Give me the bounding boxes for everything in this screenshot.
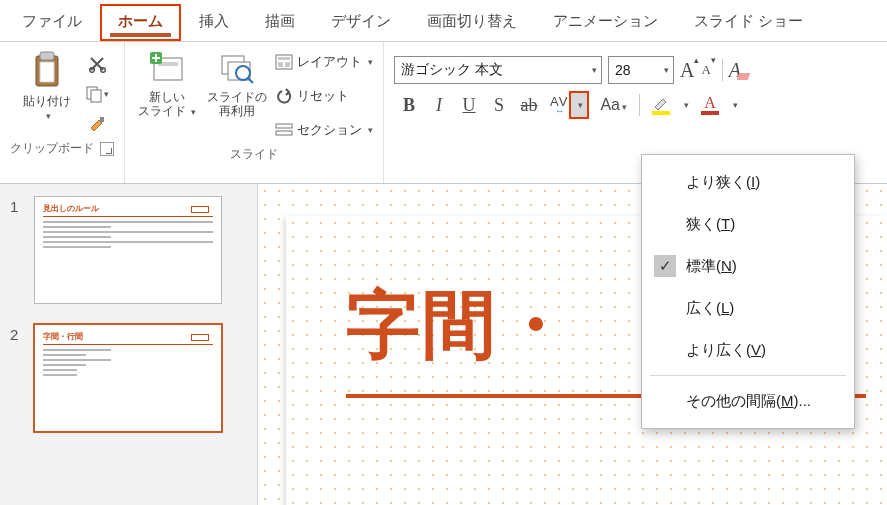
scissors-icon: [88, 55, 106, 73]
thumb1-title: 見出しのルール: [43, 203, 213, 214]
tab-insert[interactable]: 挿入: [181, 4, 247, 41]
thumb-index-2: 2: [10, 324, 24, 432]
check-icon: ✓: [654, 255, 676, 277]
spacing-very-tight[interactable]: より狭く(I): [642, 161, 854, 203]
character-spacing-button[interactable]: AV↔ ▾: [550, 92, 588, 118]
svg-rect-6: [91, 90, 101, 102]
tab-draw[interactable]: 描画: [247, 4, 313, 41]
section-button[interactable]: セクション▾: [275, 118, 373, 142]
svg-rect-19: [276, 124, 292, 128]
spacing-very-loose[interactable]: より広く(V): [642, 329, 854, 371]
spacing-more-options[interactable]: その他の間隔(M)...: [642, 380, 854, 422]
group-clipboard: 貼り付け▾ ▾ クリップボード: [0, 42, 125, 183]
font-size-combo[interactable]: 28▾: [608, 56, 674, 84]
thumb2-title: 字間・行間: [43, 331, 213, 342]
format-painter-button[interactable]: [85, 112, 109, 136]
slide-thumbnail-2[interactable]: 字間・行間: [34, 324, 222, 432]
reuse-slides-button[interactable]: スライドの再利用: [205, 48, 269, 119]
character-spacing-dropdown[interactable]: ▾: [570, 92, 588, 118]
paste-button[interactable]: 貼り付け▾: [15, 48, 79, 123]
clear-formatting-button[interactable]: A: [729, 59, 747, 82]
character-spacing-menu: より狭く(I) 狭く(T) ✓標準(N) 広く(L) より広く(V) その他の間…: [641, 154, 855, 429]
reuse-slides-label: スライドの再利用: [207, 90, 267, 119]
character-spacing-icon: AV↔: [550, 95, 568, 116]
font-color-button[interactable]: A: [701, 95, 719, 115]
clipboard-icon: [30, 50, 64, 92]
ribbon-tabstrip: ファイル ホーム 挿入 描画 デザイン 画面切り替え アニメーション スライド …: [0, 0, 887, 42]
copy-icon: [85, 85, 102, 103]
spacing-loose[interactable]: 広く(L): [642, 287, 854, 329]
thumb-index-1: 1: [10, 196, 24, 304]
highlight-color-button[interactable]: [652, 96, 670, 115]
new-slide-button[interactable]: 新しいスライド ▾: [135, 48, 199, 119]
svg-rect-2: [40, 62, 54, 82]
change-case-button[interactable]: Aa▾: [600, 96, 627, 114]
spacing-normal[interactable]: ✓標準(N): [642, 245, 854, 287]
paste-label: 貼り付け▾: [23, 94, 71, 123]
clipboard-dialog-launcher[interactable]: [100, 142, 114, 156]
group-slides: 新しいスライド ▾ スライドの再利用 レイアウト▾ リセット: [125, 42, 384, 183]
reset-icon: [275, 88, 293, 104]
font-color-icon: A: [704, 95, 716, 111]
strikethrough-button[interactable]: ab: [520, 95, 538, 116]
shadow-button[interactable]: S: [490, 95, 508, 116]
svg-rect-12: [228, 62, 250, 80]
new-slide-label: 新しいスライド ▾: [138, 90, 196, 119]
svg-rect-18: [285, 62, 290, 67]
reset-button[interactable]: リセット: [275, 84, 373, 108]
underline-button[interactable]: U: [460, 95, 478, 116]
italic-button[interactable]: I: [430, 95, 448, 116]
tab-animations[interactable]: アニメーション: [535, 4, 676, 41]
paintbrush-icon: [87, 114, 107, 134]
slide-thumbnail-1[interactable]: 見出しのルール: [34, 196, 222, 304]
highlight-color-dropdown[interactable]: ▾: [684, 100, 689, 110]
tab-home[interactable]: ホーム: [100, 4, 181, 41]
tab-transitions[interactable]: 画面切り替え: [409, 4, 535, 41]
tab-slideshow[interactable]: スライド ショー: [676, 4, 821, 41]
tab-file[interactable]: ファイル: [4, 4, 100, 41]
separator: [639, 94, 640, 116]
new-slide-icon: [148, 50, 186, 88]
separator: [722, 59, 723, 81]
reuse-slides-icon: [218, 50, 256, 88]
font-name-combo[interactable]: 游ゴシック 本文▾: [394, 56, 602, 84]
svg-rect-1: [40, 52, 54, 60]
grow-font-button[interactable]: A▴: [680, 59, 699, 82]
cut-button[interactable]: [85, 52, 109, 76]
bold-button[interactable]: B: [400, 95, 418, 116]
highlighter-icon: [652, 96, 670, 111]
svg-rect-17: [278, 62, 283, 67]
font-color-dropdown[interactable]: ▾: [733, 100, 738, 110]
spacing-tight[interactable]: 狭く(T): [642, 203, 854, 245]
group-slides-label: スライド: [230, 146, 278, 163]
copy-button[interactable]: ▾: [85, 82, 109, 106]
tab-design[interactable]: デザイン: [313, 4, 409, 41]
layout-icon: [275, 54, 293, 70]
menu-separator: [650, 375, 846, 376]
shrink-font-button[interactable]: A▾: [701, 61, 715, 78]
svg-rect-20: [276, 131, 292, 135]
svg-rect-7: [100, 117, 104, 122]
svg-rect-16: [278, 57, 290, 60]
group-clipboard-label: クリップボード: [10, 140, 94, 157]
layout-button[interactable]: レイアウト▾: [275, 50, 373, 74]
slide-thumbnails-pane: 1 見出しのルール 2 字間・行間: [0, 184, 258, 505]
section-icon: [275, 122, 293, 138]
